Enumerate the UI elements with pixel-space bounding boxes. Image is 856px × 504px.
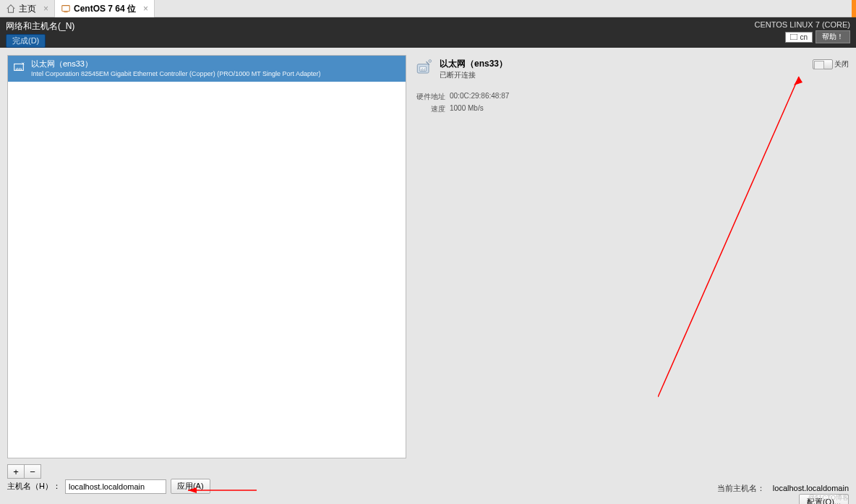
svg-rect-2 bbox=[790, 34, 797, 40]
svg-rect-1 bbox=[64, 12, 67, 12]
hwaddr-label: 硬件地址 bbox=[414, 92, 445, 102]
os-name: CENTOS LINUX 7 (CORE) bbox=[755, 20, 850, 29]
network-list-item[interactable]: 以太网（ens33） Intel Corporation 82545EM Gig… bbox=[8, 56, 406, 82]
tab-vm[interactable]: CentOS 7 64 位 × bbox=[55, 0, 155, 17]
current-hostname-value: localhost.localdomain bbox=[773, 484, 849, 492]
current-hostname: 当前主机名： localhost.localdomain bbox=[717, 483, 849, 494]
network-item-subtitle: Intel Corporation 82545EM Gigabit Ethern… bbox=[31, 69, 321, 79]
connection-toggle[interactable] bbox=[813, 59, 833, 69]
apply-button[interactable]: 应用(A) bbox=[171, 479, 210, 494]
network-list[interactable]: 以太网（ens33） Intel Corporation 82545EM Gig… bbox=[7, 55, 406, 458]
current-hostname-label: 当前主机名： bbox=[717, 484, 765, 492]
keyboard-icon bbox=[790, 34, 797, 40]
keyboard-layout: cn bbox=[800, 33, 808, 41]
add-remove-buttons: + − bbox=[7, 464, 41, 479]
speed-value: 1000 Mb/s bbox=[450, 104, 484, 114]
svg-rect-0 bbox=[62, 6, 70, 12]
close-icon[interactable]: × bbox=[143, 4, 148, 14]
home-icon bbox=[6, 4, 16, 14]
help-button[interactable]: 帮助！ bbox=[816, 30, 850, 43]
add-button[interactable]: + bbox=[7, 464, 25, 479]
installer-header: 网络和主机名(_N) 完成(D) CENTOS LINUX 7 (CORE) c… bbox=[0, 17, 856, 48]
connection-title: 以太网（ens33） bbox=[440, 58, 508, 70]
hostname-row: 主机名（H）： 应用(A) bbox=[7, 479, 210, 494]
scrollbar-indicator[interactable] bbox=[852, 0, 856, 17]
network-details: 以太网（ens33） 已断开连接 关闭 硬件地址 00:0C:29:86:48:… bbox=[414, 55, 849, 458]
main-area: 以太网（ens33） Intel Corporation 82545EM Gig… bbox=[0, 48, 856, 504]
svg-point-8 bbox=[429, 60, 432, 63]
tab-home[interactable]: 主页 × bbox=[0, 0, 55, 17]
close-icon[interactable]: × bbox=[43, 4, 48, 14]
hostname-input[interactable] bbox=[65, 479, 166, 494]
ethernet-icon bbox=[12, 60, 25, 73]
svg-rect-7 bbox=[420, 67, 427, 71]
keyboard-indicator[interactable]: cn bbox=[785, 32, 813, 43]
vm-icon bbox=[61, 4, 71, 14]
tab-home-label: 主页 bbox=[19, 3, 36, 15]
speed-label: 速度 bbox=[414, 104, 445, 114]
tabs-bar: 主页 × CentOS 7 64 位 × bbox=[0, 0, 856, 17]
page-title: 网络和主机名(_N) bbox=[6, 20, 850, 33]
connection-toggle-wrap: 关闭 bbox=[813, 59, 849, 69]
watermark: @51CTO博客 bbox=[808, 493, 849, 503]
done-button[interactable]: 完成(D) bbox=[6, 34, 46, 48]
remove-button[interactable]: − bbox=[24, 464, 41, 479]
tab-vm-label: CentOS 7 64 位 bbox=[74, 3, 136, 15]
network-item-title: 以太网（ens33） bbox=[31, 59, 321, 69]
toggle-label: 关闭 bbox=[834, 59, 849, 69]
ethernet-plug-icon bbox=[414, 58, 434, 78]
connection-status: 已断开连接 bbox=[440, 70, 508, 80]
hostname-label: 主机名（H）： bbox=[7, 481, 61, 492]
hwaddr-value: 00:0C:29:86:48:87 bbox=[450, 92, 509, 102]
